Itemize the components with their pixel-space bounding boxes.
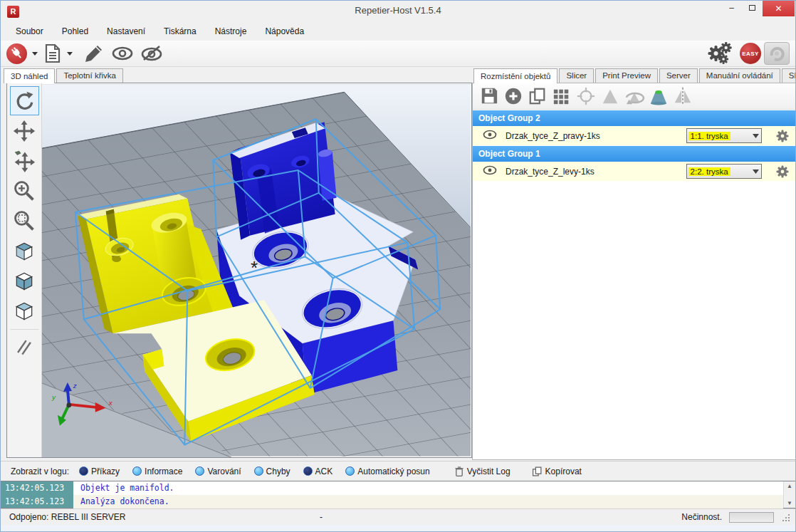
chevron-down-icon: [753, 169, 759, 174]
isometric-view-button[interactable]: [10, 236, 39, 265]
log-time-gutter: 13:42:05.123 13:42:05.123: [1, 481, 73, 508]
log-area[interactable]: 13:42:05.123 13:42:05.123 Objekt je mani…: [1, 481, 795, 508]
main-toolbar: EASY: [1, 41, 795, 67]
add-object-icon: [504, 87, 523, 105]
tab-slicer[interactable]: Slicer: [559, 68, 594, 83]
plug-icon: [10, 46, 24, 61]
menu-item-soubor[interactable]: Soubor: [6, 24, 53, 39]
object-group-header[interactable]: Object Group 1: [473, 145, 796, 162]
rotate-view-icon: [13, 90, 36, 113]
log-time: 13:42:05.123: [1, 495, 73, 508]
load-dropdown-caret[interactable]: [67, 52, 73, 56]
scene-3d[interactable]: x y z *: [42, 83, 471, 457]
tab-server[interactable]: Server: [659, 68, 698, 83]
visibility-eye-button[interactable]: [483, 165, 497, 177]
log-scrollbar[interactable]: ▲ ▼: [783, 481, 795, 508]
tab-print-preview[interactable]: Print Preview: [595, 68, 658, 83]
tab-object-placement[interactable]: Rozmístění objektů: [473, 68, 557, 83]
tab-temperature-curve[interactable]: Teplotní křivka: [56, 68, 123, 83]
log-toggle-warnings[interactable]: Varování: [195, 466, 241, 476]
gears-icon: [706, 41, 734, 66]
scale-object-icon: [601, 87, 619, 105]
connect-button[interactable]: [6, 43, 27, 64]
trash-icon: [454, 466, 464, 477]
toggle-label: Automatický posun: [357, 466, 429, 476]
tab-manual-control[interactable]: Manuální ovládání: [699, 68, 780, 83]
zoom-in-button[interactable]: [10, 176, 39, 205]
emergency-stop-button[interactable]: [764, 42, 790, 65]
save-button[interactable]: [477, 85, 501, 108]
object-row[interactable]: Drzak_tyce_Z_levy-1ks 2:2. tryska: [473, 162, 796, 181]
log-toggle-autoscroll[interactable]: Automatický posun: [345, 466, 429, 476]
clear-log-button[interactable]: Vyčistit Log: [454, 466, 510, 477]
menu-item-nastroje[interactable]: Nástroje: [206, 24, 256, 39]
object-group-header[interactable]: Object Group 2: [473, 110, 796, 126]
object-row[interactable]: Drzak_tyce_Z_pravy-1ks 1:1. tryska: [473, 126, 796, 145]
scroll-down-icon[interactable]: ▼: [787, 500, 792, 506]
mirror-object-icon: [673, 86, 693, 106]
minimize-button[interactable]: –: [721, 1, 742, 16]
log-toggle-info[interactable]: Informace: [132, 466, 182, 476]
extruder-select[interactable]: 1:1. tryska: [686, 128, 762, 143]
isometric-view-icon: [13, 239, 36, 262]
autoposition-button[interactable]: [550, 85, 574, 108]
right-pane: Rozmístění objektů Slicer Print Preview …: [472, 67, 796, 461]
parallel-projection-button[interactable]: [10, 329, 39, 361]
front-view-button[interactable]: [10, 266, 39, 295]
cursor-asterisk: *: [251, 258, 258, 278]
visibility-eye-button[interactable]: [483, 130, 497, 142]
save-icon: [480, 87, 498, 105]
extruder-select[interactable]: 2:2. tryska: [686, 164, 762, 179]
top-view-button[interactable]: [10, 296, 39, 325]
rotate-view-button[interactable]: [10, 86, 39, 115]
copy-icon: [532, 466, 543, 477]
zoom-fit-button[interactable]: [10, 206, 39, 235]
move-object-button[interactable]: [10, 146, 39, 175]
maximize-icon: [749, 5, 755, 11]
toggle-label: ACK: [315, 466, 333, 476]
copy-log-button[interactable]: Kopírovat: [532, 466, 582, 477]
toggle-label: Informace: [145, 466, 182, 476]
extruder-value: 2:2. tryska: [688, 167, 730, 176]
object-settings-button[interactable]: [775, 165, 790, 178]
scroll-up-icon[interactable]: ▲: [787, 483, 792, 489]
hide-travel-button[interactable]: [140, 45, 164, 62]
menu-item-pohled[interactable]: Pohled: [53, 24, 98, 39]
pan-view-button[interactable]: [10, 116, 39, 145]
toggle-circle-icon: [195, 466, 204, 476]
rotate-object-icon: [623, 87, 646, 105]
object-name: Drzak_tyce_Z_levy-1ks: [506, 167, 686, 177]
log-toggle-commands[interactable]: Příkazy: [79, 466, 120, 476]
mirror-object-button[interactable]: [671, 85, 695, 108]
connect-dropdown-caret[interactable]: [32, 52, 38, 56]
scale-object-button[interactable]: [598, 85, 622, 108]
menu-item-napoveda[interactable]: Nápověda: [256, 24, 313, 39]
close-button[interactable]: ✕: [763, 1, 795, 16]
rotate-object-button[interactable]: [622, 85, 646, 108]
menu-item-nastaveni[interactable]: Nastavení: [98, 24, 155, 39]
resize-grip[interactable]: [781, 513, 790, 521]
log-toggle-ack[interactable]: ACK: [303, 466, 333, 476]
log-toggle-errors[interactable]: Chyby: [254, 466, 290, 476]
menu-item-tiskarna[interactable]: Tiskárna: [155, 24, 206, 39]
log-filter-label: Zobrazit v logu:: [11, 466, 69, 476]
printer-settings-button[interactable]: [706, 41, 734, 66]
object-settings-button[interactable]: [775, 130, 790, 142]
log-time: 13:42:05.123: [1, 481, 73, 495]
edit-gcode-button[interactable]: [83, 43, 104, 63]
easy-mode-button[interactable]: EASY: [740, 43, 761, 64]
load-button[interactable]: [43, 43, 62, 64]
gear-icon: [776, 165, 789, 178]
tab-3d-preview[interactable]: 3D náhled: [4, 68, 55, 83]
center-object-button[interactable]: [574, 85, 598, 108]
show-filament-button[interactable]: [111, 46, 134, 61]
tab-sd-card[interactable]: SD karta: [782, 68, 796, 83]
copy-object-button[interactable]: [525, 85, 550, 108]
extruder-value: 1:1. tryska: [688, 132, 730, 140]
maximize-button[interactable]: [742, 1, 763, 16]
titlebar[interactable]: R Repetier-Host V1.5.4 – ✕: [1, 1, 795, 22]
object-name: Drzak_tyce_Z_pravy-1ks: [506, 131, 686, 141]
lay-flat-button[interactable]: [646, 85, 671, 108]
log-message: Analýza dokončena.: [73, 495, 783, 508]
add-object-button[interactable]: [501, 85, 525, 108]
